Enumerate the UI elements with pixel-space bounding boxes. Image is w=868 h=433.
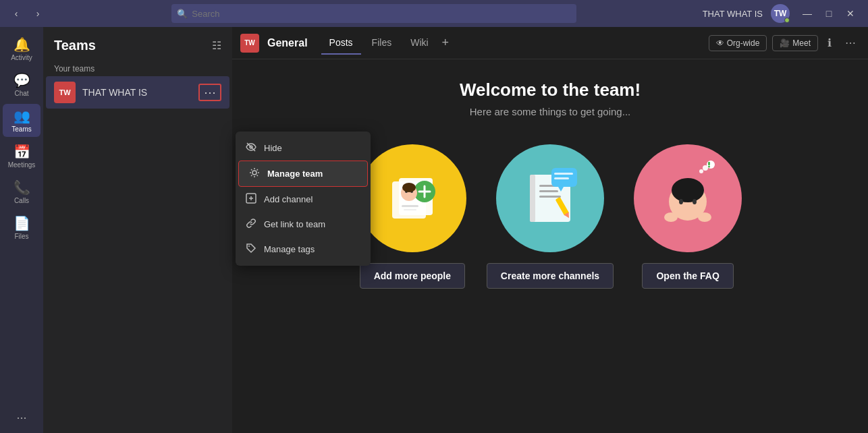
svg-point-33 — [699, 169, 703, 173]
teams-panel: Teams ☷ Your teams TW THAT WHAT IS ⋯ Hid… — [43, 27, 232, 433]
svg-point-31 — [679, 199, 683, 204]
activity-icon: 🔔 — [13, 36, 30, 53]
welcome-title: Welcome to the team! — [460, 80, 641, 100]
chat-icon: 💬 — [13, 72, 30, 88]
sidebar-label-calls: Calls — [14, 197, 29, 204]
teams-icon: 👥 — [13, 108, 30, 124]
titlebar: ‹ › 🔍 THAT WHAT IS TW — □ ✕ — [0, 0, 868, 27]
sidebar-item-chat[interactable]: 💬 Chat — [3, 68, 40, 101]
tab-wiki[interactable]: Wiki — [402, 32, 436, 55]
your-teams-label: Your teams — [43, 59, 232, 76]
welcome-card-faq: Open the FAQ — [634, 144, 742, 289]
sidebar-item-calls[interactable]: 📞 Calls — [3, 175, 40, 208]
svg-rect-22 — [539, 196, 561, 198]
menu-label-manage-tags: Manage tags — [264, 244, 315, 254]
info-button[interactable]: ℹ — [823, 34, 836, 52]
svg-point-38 — [664, 212, 678, 222]
titlebar-nav: ‹ › — [8, 5, 46, 22]
channel-header-actions: 👁 Org-wide 🎥 Meet ℹ ⋯ — [709, 34, 860, 52]
sidebar: 🔔 Activity 💬 Chat 👥 Teams 📅 Meetings 📞 C… — [0, 27, 43, 433]
minimize-button[interactable]: — — [798, 4, 817, 23]
svg-rect-17 — [404, 209, 416, 210]
search-icon: 🔍 — [177, 9, 188, 19]
calls-icon: 📞 — [13, 179, 30, 196]
welcome-cards: Add more people — [358, 144, 742, 289]
context-menu: Hide Manage team — [236, 132, 371, 266]
team-name-label: THAT WHAT IS — [82, 87, 198, 98]
menu-item-manage-team[interactable]: Manage team — [238, 161, 368, 187]
sidebar-item-files[interactable]: 📄 Files — [3, 211, 40, 244]
sidebar-item-teams[interactable]: 👥 Teams — [3, 104, 40, 137]
tab-files[interactable]: Files — [364, 32, 400, 55]
search-input[interactable] — [171, 4, 576, 23]
nav-back-button[interactable]: ‹ — [8, 5, 24, 22]
menu-label-get-link: Get link to team — [264, 219, 325, 229]
files-icon: 📄 — [13, 215, 30, 231]
sidebar-label-teams: Teams — [11, 125, 31, 133]
avatar[interactable]: TW — [771, 4, 790, 23]
welcome-card-add-people: Add more people — [358, 144, 466, 289]
meetings-icon: 📅 — [13, 144, 30, 160]
more-options-button[interactable]: ⋯ — [841, 34, 860, 52]
manage-team-icon — [248, 167, 261, 180]
tab-posts[interactable]: Posts — [321, 32, 361, 55]
channel-team-avatar: TW — [240, 34, 259, 53]
svg-point-35 — [707, 161, 715, 169]
teams-panel-title: Teams — [54, 38, 96, 53]
close-button[interactable]: ✕ — [841, 4, 860, 23]
manage-tags-icon — [245, 243, 257, 256]
video-icon: 🎥 — [780, 38, 790, 48]
channels-illustration — [496, 144, 604, 252]
titlebar-right: THAT WHAT IS TW — □ ✕ — [703, 4, 860, 23]
titlebar-team-label: THAT WHAT IS — [703, 9, 763, 19]
sidebar-label-activity: Activity — [11, 54, 32, 61]
online-status-dot — [784, 18, 790, 23]
main-area: 🔔 Activity 💬 Chat 👥 Teams 📅 Meetings 📞 C… — [0, 27, 868, 433]
search-bar: 🔍 — [171, 4, 576, 23]
eye-icon: 👁 — [716, 38, 724, 48]
channel-tabs: Posts Files Wiki + — [321, 32, 452, 55]
svg-point-37 — [708, 166, 710, 168]
sidebar-label-files: Files — [14, 233, 28, 240]
filter-button[interactable]: ☷ — [212, 39, 221, 52]
sidebar-label-chat: Chat — [14, 90, 28, 97]
menu-item-add-channel[interactable]: Add channel — [236, 187, 371, 212]
svg-point-15 — [402, 183, 416, 192]
menu-label-hide: Hide — [264, 143, 282, 153]
menu-label-add-channel: Add channel — [264, 194, 313, 204]
maximize-button[interactable]: □ — [819, 4, 838, 23]
welcome-card-channels: Create more channels — [487, 144, 614, 289]
sidebar-label-meetings: Meetings — [8, 161, 36, 169]
sidebar-item-meetings[interactable]: 📅 Meetings — [3, 140, 40, 173]
channel-name: General — [267, 37, 308, 49]
meet-label: Meet — [792, 38, 811, 48]
menu-item-hide[interactable]: Hide — [236, 136, 371, 161]
svg-rect-36 — [708, 162, 710, 165]
teams-panel-header: Teams ☷ — [43, 27, 232, 59]
add-more-people-button[interactable]: Add more people — [360, 263, 465, 289]
add-channel-icon — [245, 193, 257, 206]
meet-button[interactable]: 🎥 Meet — [772, 35, 818, 51]
svg-rect-21 — [539, 190, 558, 192]
welcome-subtitle: Here are some things to get going... — [470, 106, 630, 117]
org-wide-label: Org-wide — [727, 38, 760, 48]
open-faq-button[interactable]: Open the FAQ — [642, 263, 733, 289]
team-more-button[interactable]: ⋯ — [198, 84, 221, 101]
add-tab-button[interactable]: + — [439, 33, 452, 53]
org-wide-badge[interactable]: 👁 Org-wide — [709, 35, 767, 51]
svg-rect-16 — [402, 205, 418, 207]
faq-illustration — [634, 144, 742, 252]
nav-forward-button[interactable]: › — [30, 5, 46, 22]
window-controls: — □ ✕ — [798, 4, 860, 23]
team-list-item[interactable]: TW THAT WHAT IS ⋯ — [46, 76, 229, 109]
svg-rect-19 — [530, 175, 535, 222]
add-people-illustration — [358, 144, 466, 252]
svg-point-39 — [698, 212, 711, 222]
sidebar-more-button[interactable]: ··· — [16, 411, 26, 425]
menu-item-manage-tags[interactable]: Manage tags — [236, 237, 371, 262]
get-link-icon — [245, 218, 257, 231]
create-more-channels-button[interactable]: Create more channels — [487, 263, 614, 289]
menu-item-get-link[interactable]: Get link to team — [236, 212, 371, 237]
sidebar-item-activity[interactable]: 🔔 Activity — [3, 32, 40, 65]
svg-rect-26 — [554, 177, 569, 179]
